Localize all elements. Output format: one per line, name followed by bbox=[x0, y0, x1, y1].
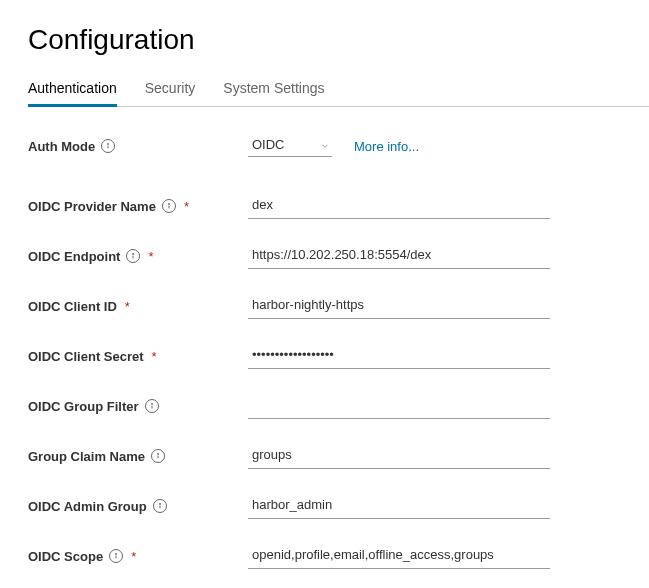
svg-point-4 bbox=[133, 254, 134, 255]
svg-point-2 bbox=[168, 204, 169, 205]
required-mark: * bbox=[125, 299, 130, 314]
label-text: Auth Mode bbox=[28, 139, 95, 154]
endpoint-input[interactable] bbox=[248, 243, 550, 269]
client-secret-input[interactable] bbox=[248, 343, 550, 369]
label-text: OIDC Client ID bbox=[28, 299, 117, 314]
chevron-down-icon bbox=[320, 139, 330, 149]
label-endpoint: OIDC Endpoint * bbox=[28, 249, 248, 264]
label-scope: OIDC Scope * bbox=[28, 549, 248, 564]
row-group-claim: Group Claim Name bbox=[28, 443, 649, 469]
label-text: Group Claim Name bbox=[28, 449, 145, 464]
info-icon[interactable] bbox=[126, 249, 140, 263]
info-icon[interactable] bbox=[109, 549, 123, 563]
svg-point-8 bbox=[158, 454, 159, 455]
row-endpoint: OIDC Endpoint * bbox=[28, 243, 649, 269]
label-client-secret: OIDC Client Secret * bbox=[28, 349, 248, 364]
tab-system-settings[interactable]: System Settings bbox=[223, 74, 324, 106]
label-text: OIDC Group Filter bbox=[28, 399, 139, 414]
required-mark: * bbox=[184, 199, 189, 214]
row-scope: OIDC Scope * bbox=[28, 543, 649, 569]
info-icon[interactable] bbox=[101, 139, 115, 153]
required-mark: * bbox=[152, 349, 157, 364]
admin-group-input[interactable] bbox=[248, 493, 550, 519]
label-text: OIDC Provider Name bbox=[28, 199, 156, 214]
label-text: OIDC Admin Group bbox=[28, 499, 147, 514]
tab-authentication[interactable]: Authentication bbox=[28, 74, 117, 106]
label-admin-group: OIDC Admin Group bbox=[28, 499, 248, 514]
label-text: OIDC Scope bbox=[28, 549, 103, 564]
row-group-filter: OIDC Group Filter bbox=[28, 393, 649, 419]
group-claim-input[interactable] bbox=[248, 443, 550, 469]
page-title: Configuration bbox=[28, 24, 649, 56]
label-group-filter: OIDC Group Filter bbox=[28, 399, 248, 414]
info-icon[interactable] bbox=[162, 199, 176, 213]
required-mark: * bbox=[148, 249, 153, 264]
label-text: OIDC Endpoint bbox=[28, 249, 120, 264]
scope-input[interactable] bbox=[248, 543, 550, 569]
svg-point-12 bbox=[116, 554, 117, 555]
tab-security[interactable]: Security bbox=[145, 74, 196, 106]
client-id-input[interactable] bbox=[248, 293, 550, 319]
tabs: Authentication Security System Settings bbox=[28, 74, 649, 107]
provider-name-input[interactable] bbox=[248, 193, 550, 219]
svg-point-6 bbox=[151, 404, 152, 405]
svg-point-0 bbox=[108, 144, 109, 145]
group-filter-input[interactable] bbox=[248, 393, 550, 419]
auth-form: Auth Mode OIDC More info... OIDC Provide… bbox=[28, 135, 649, 569]
auth-mode-select[interactable]: OIDC bbox=[248, 135, 332, 157]
info-icon[interactable] bbox=[151, 449, 165, 463]
svg-point-10 bbox=[159, 504, 160, 505]
info-icon[interactable] bbox=[145, 399, 159, 413]
select-value: OIDC bbox=[252, 137, 285, 152]
label-text: OIDC Client Secret bbox=[28, 349, 144, 364]
more-info-link[interactable]: More info... bbox=[354, 139, 419, 154]
row-auth-mode: Auth Mode OIDC More info... bbox=[28, 135, 649, 157]
required-mark: * bbox=[131, 549, 136, 564]
row-admin-group: OIDC Admin Group bbox=[28, 493, 649, 519]
label-auth-mode: Auth Mode bbox=[28, 139, 248, 154]
row-provider-name: OIDC Provider Name * bbox=[28, 193, 649, 219]
label-group-claim: Group Claim Name bbox=[28, 449, 248, 464]
row-client-secret: OIDC Client Secret * bbox=[28, 343, 649, 369]
row-client-id: OIDC Client ID * bbox=[28, 293, 649, 319]
info-icon[interactable] bbox=[153, 499, 167, 513]
label-provider-name: OIDC Provider Name * bbox=[28, 199, 248, 214]
label-client-id: OIDC Client ID * bbox=[28, 299, 248, 314]
